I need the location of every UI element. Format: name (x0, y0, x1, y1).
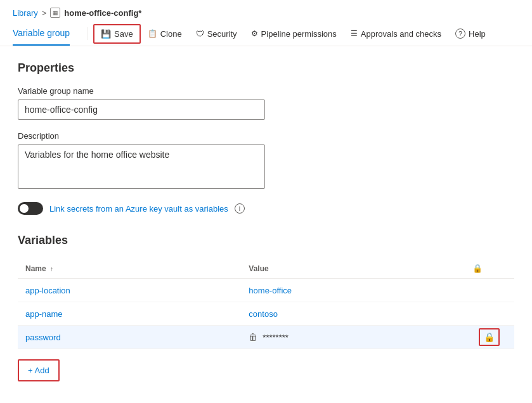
var-lock-cell: 🔒 (465, 326, 514, 349)
pipeline-permissions-label: Pipeline permissions (261, 29, 337, 39)
table-row: password🗑********🔒 (18, 326, 514, 349)
clone-label: Clone (160, 29, 182, 39)
save-icon: 💾 (101, 29, 111, 39)
tab-variable-group-label: Variable group (13, 28, 70, 38)
var-name[interactable]: app-name (25, 309, 63, 319)
approvals-button[interactable]: ☰ Approvals and checks (344, 25, 448, 43)
col-header-lock: 🔒 (465, 259, 514, 279)
keyvault-toggle-label[interactable]: Link secrets from an Azure key vault as … (49, 204, 228, 214)
var-value-cell: contoso (241, 302, 464, 326)
delete-icon[interactable]: 🗑 (249, 332, 257, 342)
name-input[interactable] (18, 99, 265, 120)
shield-icon: 🛡 (196, 29, 204, 39)
var-value: ******** (263, 333, 288, 342)
var-value: home-office (249, 286, 292, 295)
tab-variable-group[interactable]: Variable group (13, 22, 70, 46)
security-button[interactable]: 🛡 Security (189, 25, 244, 43)
keyvault-toggle[interactable] (18, 202, 43, 215)
var-value-cell: 🗑******** (241, 326, 464, 349)
help-icon: ? (455, 29, 465, 39)
var-value: contoso (249, 309, 278, 319)
var-name[interactable]: app-location (25, 286, 70, 295)
security-label: Security (207, 29, 237, 39)
save-label: Save (114, 29, 133, 39)
lock-header-icon: 🔒 (472, 264, 483, 273)
var-name-cell: app-name (18, 302, 241, 326)
clone-button[interactable]: 📋 Clone (141, 25, 189, 43)
breadcrumb: Library > ▦ home-office-config* (0, 0, 532, 22)
sort-icon[interactable]: ↑ (50, 265, 53, 272)
var-name-cell: app-location (18, 279, 241, 302)
main-content: Properties Variable group name Descripti… (0, 46, 532, 397)
breadcrumb-current: home-office-config* (64, 8, 141, 18)
var-lock-cell: 🔒 (465, 302, 514, 326)
breadcrumb-icon: ▦ (50, 8, 60, 18)
save-button[interactable]: 💾 Save (93, 24, 141, 44)
var-lock-cell: 🔒 (465, 279, 514, 302)
clone-icon: 📋 (148, 29, 157, 38)
var-value-cell: home-office (241, 279, 464, 302)
toolbar-divider (88, 27, 88, 40)
properties-title: Properties (18, 61, 514, 75)
variables-table: Name ↑ Value 🔒 app-locationhome-office🔒a… (18, 259, 514, 349)
variables-title: Variables (18, 234, 514, 247)
pipeline-permissions-button[interactable]: ⚙ Pipeline permissions (244, 25, 344, 43)
toolbar: Variable group 💾 Save 📋 Clone 🛡 Security… (0, 22, 532, 46)
lock-icon[interactable]: 🔒 (479, 328, 500, 346)
breadcrumb-separator: > (42, 8, 47, 18)
help-button[interactable]: ? Help (448, 24, 493, 43)
toggle-row: Link secrets from an Azure key vault as … (18, 202, 514, 215)
description-field-label: Description (18, 131, 514, 141)
pipeline-icon: ⚙ (251, 29, 258, 38)
breadcrumb-library[interactable]: Library (13, 8, 38, 18)
help-label: Help (469, 29, 486, 39)
variables-section: Variables Name ↑ Value 🔒 app-locat (18, 234, 514, 381)
add-button[interactable]: + Add (18, 359, 60, 381)
approval-icon: ☰ (351, 29, 358, 38)
col-header-value: Value (241, 259, 464, 279)
col-header-name: Name ↑ (18, 259, 241, 279)
table-row: app-namecontoso🔒 (18, 302, 514, 326)
var-name[interactable]: password (25, 333, 61, 342)
info-icon[interactable]: i (235, 203, 245, 214)
toggle-knob (20, 204, 29, 213)
var-name-cell: password (18, 326, 241, 349)
approvals-label: Approvals and checks (361, 29, 441, 39)
add-label: + Add (28, 366, 49, 375)
properties-section: Properties Variable group name Descripti… (18, 61, 514, 215)
name-field-label: Variable group name (18, 86, 514, 96)
table-row: app-locationhome-office🔒 (18, 279, 514, 302)
description-input[interactable] (18, 144, 265, 189)
